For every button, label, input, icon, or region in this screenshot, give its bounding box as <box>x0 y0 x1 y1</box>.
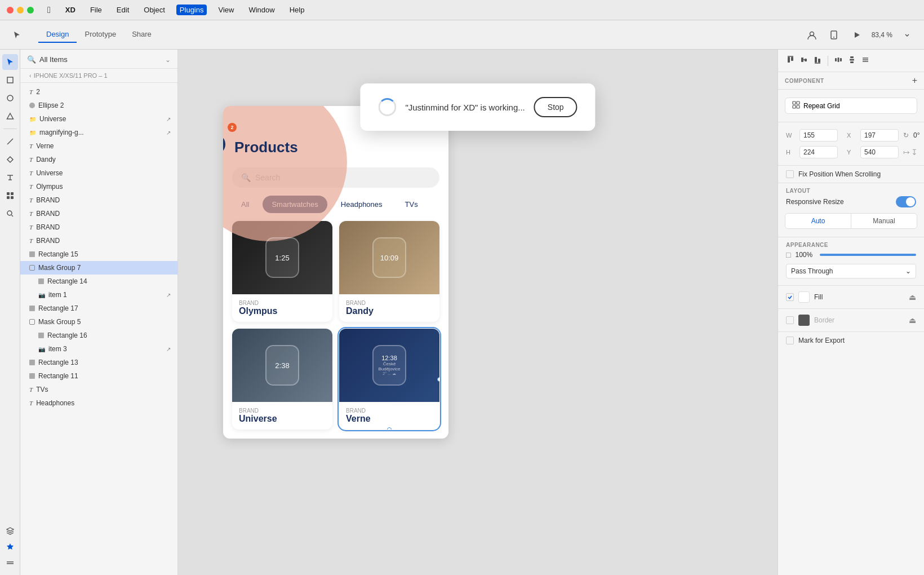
view-menu[interactable]: View <box>215 5 237 15</box>
layer-item[interactable]: 📷 item 3 ↗ <box>20 342 177 356</box>
stop-button[interactable]: Stop <box>534 97 578 117</box>
product-card-verne[interactable]: 12:38 České Budějovice 2° ... ☁ BRAND Ve… <box>339 329 439 430</box>
align-top-icon[interactable] <box>785 54 796 67</box>
tab-design[interactable]: Design <box>38 26 77 43</box>
apple-menu[interactable]:  <box>44 4 54 16</box>
y-input[interactable] <box>860 146 899 158</box>
user-icon[interactable] <box>804 27 820 43</box>
external-link-icon[interactable]: ↗ <box>166 130 171 136</box>
layer-item[interactable]: Rectangle 15 <box>20 247 177 261</box>
xd-menu[interactable]: XD <box>62 5 79 15</box>
select-tool[interactable] <box>9 27 25 43</box>
layer-item[interactable]: Rectangle 11 <box>20 369 177 383</box>
product-card-universe[interactable]: 2:38 BRAND Universe <box>232 329 332 430</box>
repeat-grid-button[interactable]: Repeat Grid <box>785 98 917 114</box>
maximize-button[interactable] <box>27 7 34 14</box>
height-input[interactable] <box>799 146 838 158</box>
align-bottom-icon[interactable] <box>812 54 823 67</box>
layer-item[interactable]: T BRAND <box>20 193 177 207</box>
svg-rect-14 <box>788 57 790 63</box>
tab-prototype[interactable]: Prototype <box>77 26 124 43</box>
zoom-chevron[interactable] <box>899 27 915 43</box>
line-tool-icon[interactable] <box>2 134 18 149</box>
layer-item-mask-group-7[interactable]: Mask Group 7 <box>20 261 177 275</box>
responsive-resize-toggle[interactable] <box>896 196 916 207</box>
distribute-h-icon[interactable] <box>833 54 844 67</box>
layer-item[interactable]: T BRAND <box>20 207 177 220</box>
layer-item[interactable]: 📁 Universe ↗ <box>20 112 177 126</box>
align-center-icon[interactable] <box>798 54 810 67</box>
panel-chevron-icon[interactable]: ⌄ <box>165 56 171 64</box>
layer-item[interactable]: T Verne <box>20 139 177 153</box>
layer-item[interactable]: T Universe <box>20 166 177 180</box>
more-icon[interactable] <box>2 555 18 570</box>
border-color-swatch[interactable] <box>798 315 810 326</box>
watch-face: 12:38 České Budějovice 2° ... ☁ <box>372 345 406 386</box>
rotation-icon[interactable]: ↻ <box>903 131 909 139</box>
layer-item[interactable]: T BRAND <box>20 220 177 234</box>
help-menu[interactable]: Help <box>286 5 308 15</box>
distribute-v-icon[interactable] <box>846 54 858 67</box>
external-link-icon[interactable]: ↗ <box>166 346 171 352</box>
fill-checkbox[interactable] <box>786 293 794 301</box>
layer-item[interactable]: 📁 magnifying-g... ↗ <box>20 126 177 139</box>
border-checkbox[interactable] <box>786 316 794 324</box>
layer-item[interactable]: 📷 item 1 ↗ <box>20 288 177 302</box>
layers-icon[interactable] <box>2 523 18 539</box>
file-menu[interactable]: File <box>87 5 105 15</box>
flip-h-icon[interactable]: ↦ <box>903 148 910 157</box>
manual-tab[interactable]: Manual <box>851 214 917 228</box>
ellipse-tool-icon[interactable] <box>2 90 18 106</box>
plugins-icon[interactable] <box>2 539 18 555</box>
layer-item[interactable]: Rectangle 14 <box>20 275 177 288</box>
text-tool-icon[interactable] <box>2 170 18 185</box>
filter-tab-headphones[interactable]: Headphones <box>332 196 392 213</box>
layer-item[interactable]: T BRAND <box>20 234 177 247</box>
blend-mode-select[interactable]: Pass Through ⌄ <box>786 264 916 278</box>
fix-position-checkbox[interactable] <box>786 170 794 178</box>
fill-color-swatch[interactable] <box>798 291 810 303</box>
external-link-icon[interactable]: ↗ <box>166 116 171 122</box>
edit-menu[interactable]: Edit <box>113 5 132 15</box>
pen-tool-icon[interactable] <box>2 152 18 167</box>
rectangle-tool-icon[interactable] <box>2 72 18 88</box>
layer-item[interactable]: Rectangle 13 <box>20 356 177 369</box>
layer-item[interactable]: Rectangle 17 <box>20 302 177 315</box>
products-grid: 1:25 BRAND Olympus 10:09 <box>223 221 448 439</box>
window-menu[interactable]: Window <box>245 5 278 15</box>
opacity-bar[interactable] <box>820 254 916 256</box>
search-tool-icon[interactable] <box>2 206 18 222</box>
minimize-button[interactable] <box>17 7 24 14</box>
layer-item[interactable]: T 2 <box>20 85 177 99</box>
flip-v-icon[interactable]: ↧ <box>911 148 918 157</box>
layer-item[interactable]: Ellipse 2 <box>20 99 177 112</box>
export-checkbox[interactable] <box>786 337 794 344</box>
device-icon[interactable] <box>827 27 842 43</box>
component-tool-icon[interactable] <box>2 188 18 204</box>
fill-eyedropper-icon[interactable]: ⏏ <box>909 293 916 302</box>
layer-item[interactable]: T Olympus <box>20 180 177 193</box>
filter-tab-tvs[interactable]: TVs <box>396 196 427 213</box>
object-menu[interactable]: Object <box>140 5 168 15</box>
close-button[interactable] <box>7 7 14 14</box>
layer-item[interactable]: T Dandy <box>20 153 177 166</box>
plugins-menu[interactable]: Plugins <box>176 5 207 15</box>
width-input[interactable] <box>799 129 838 141</box>
layer-item-mask-group-5[interactable]: Mask Group 5 <box>20 315 177 329</box>
layer-item[interactable]: T Headphones <box>20 396 177 410</box>
product-card-dandy[interactable]: 10:09 BRAND Dandy <box>339 221 439 322</box>
select-tool-icon[interactable] <box>2 54 18 70</box>
layer-item[interactable]: T TVs <box>20 383 177 396</box>
add-component-icon[interactable]: + <box>912 76 917 86</box>
x-input[interactable] <box>860 129 899 141</box>
breadcrumb[interactable]: ‹ IPHONE X/XS/11 PRO – 1 <box>20 69 177 83</box>
border-eyedropper-icon[interactable]: ⏏ <box>909 316 916 325</box>
auto-tab[interactable]: Auto <box>785 214 851 228</box>
triangle-tool-icon[interactable] <box>2 108 18 124</box>
layer-item[interactable]: Rectangle 16 <box>20 329 177 342</box>
preview-icon[interactable] <box>849 27 865 43</box>
external-link-icon[interactable]: ↗ <box>166 292 171 298</box>
panel-search-input[interactable] <box>39 55 162 64</box>
tab-share[interactable]: Share <box>124 26 159 43</box>
more-align-icon[interactable] <box>860 54 871 67</box>
